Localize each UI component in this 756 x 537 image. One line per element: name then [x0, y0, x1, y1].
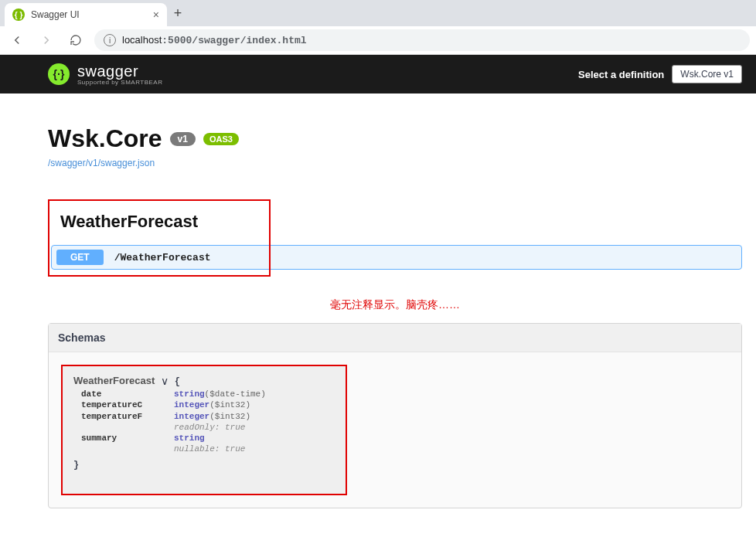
tab-close-icon[interactable]: ×: [153, 8, 159, 21]
spec-link[interactable]: /swagger/v1/swagger.json: [48, 158, 742, 168]
highlight-box-tag: WeatherForecast: [48, 199, 271, 277]
forward-button[interactable]: [36, 29, 57, 51]
tag-name[interactable]: WeatherForecast: [60, 212, 263, 232]
api-title: Wsk.Core: [48, 124, 162, 153]
prop-meta: readOnly: true: [174, 422, 245, 433]
prop-meta: nullable: true: [174, 444, 245, 454]
new-tab-button[interactable]: +: [167, 2, 189, 24]
brand-subtext: Supported by SMARTBEAR: [77, 79, 162, 86]
swagger-favicon-icon: { }: [12, 8, 25, 21]
brace-close: }: [73, 460, 335, 471]
highlight-box-schema: WeatherForecast ∨ { date string($date-ti…: [61, 365, 347, 495]
definition-label: Select a definition: [578, 69, 664, 80]
model-name[interactable]: WeatherForecast: [73, 375, 155, 386]
oas-badge: OAS3: [203, 133, 239, 145]
prop-key: temperatureC: [81, 399, 174, 410]
swagger-topbar: {·} swagger Supported by SMARTBEAR Selec…: [0, 55, 756, 93]
chevron-down-icon[interactable]: ∨: [158, 375, 172, 387]
schemas-section: Schemas WeatherForecast ∨ { date string(…: [48, 323, 742, 508]
prop-key: date: [81, 389, 174, 399]
brace-open: {: [175, 376, 180, 387]
browser-tab[interactable]: { } Swagger UI ×: [5, 3, 167, 26]
back-button[interactable]: [6, 29, 28, 51]
reload-button[interactable]: [65, 29, 87, 51]
annotation-text: 毫无注释显示。脑壳疼……: [48, 298, 742, 312]
url-text: localhost:5000/swagger/index.html: [122, 34, 307, 46]
model-body: date string($date-time) temperatureC int…: [73, 389, 335, 455]
version-badge: v1: [170, 132, 196, 146]
tab-title: Swagger UI: [31, 9, 147, 20]
definition-select[interactable]: Wsk.Core v1: [672, 65, 742, 83]
schemas-header[interactable]: Schemas: [49, 324, 741, 352]
swagger-brand: {·} swagger Supported by SMARTBEAR: [48, 63, 162, 86]
address-bar[interactable]: i localhost:5000/swagger/index.html: [94, 29, 750, 51]
prop-key: summary: [81, 433, 174, 444]
swagger-logo-icon: {·}: [48, 63, 70, 85]
prop-key: temperatureF: [81, 411, 174, 422]
site-info-icon[interactable]: i: [104, 34, 116, 46]
brand-text: swagger: [77, 63, 162, 80]
